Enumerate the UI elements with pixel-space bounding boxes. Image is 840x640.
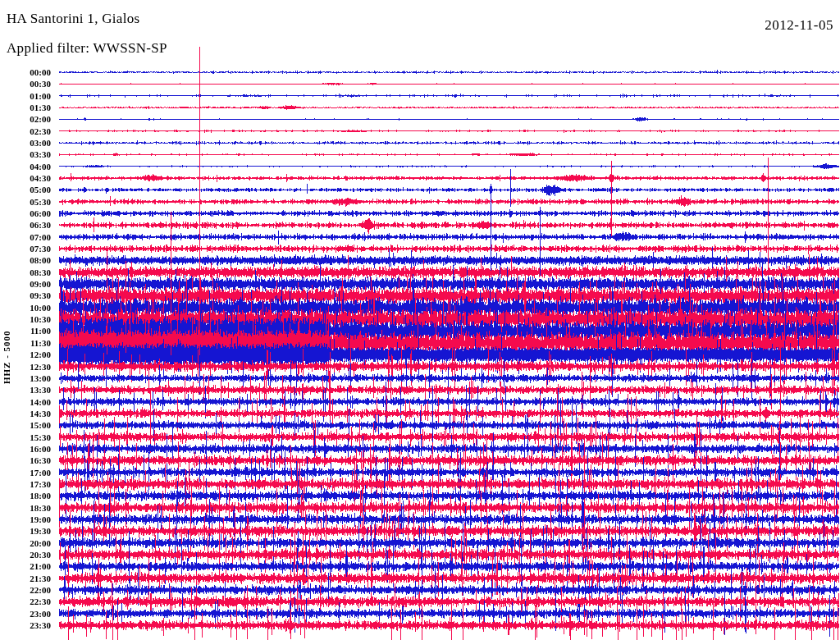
time-label: 15:30 bbox=[0, 432, 51, 442]
time-label: 00:00 bbox=[0, 67, 51, 77]
time-label: 06:00 bbox=[0, 208, 51, 218]
station-title: HA Santorini 1, Gialos bbox=[7, 11, 139, 27]
time-label: 11:30 bbox=[0, 338, 51, 348]
record-date: 2012-11-05 bbox=[765, 17, 833, 34]
time-label: 04:00 bbox=[0, 162, 51, 171]
time-label: 03:00 bbox=[0, 138, 51, 148]
helicorder-page: HA Santorini 1, Gialos 2012-11-05 Applie… bbox=[0, 0, 840, 640]
time-label: 21:30 bbox=[0, 574, 51, 583]
time-label: 02:30 bbox=[0, 126, 51, 136]
time-label: 05:00 bbox=[0, 185, 51, 194]
time-label: 23:00 bbox=[0, 609, 51, 619]
time-label: 14:00 bbox=[0, 397, 51, 407]
time-label: 17:30 bbox=[0, 479, 51, 489]
time-label: 22:00 bbox=[0, 585, 51, 595]
time-label: 05:30 bbox=[0, 197, 51, 207]
time-label: 01:30 bbox=[0, 103, 51, 112]
time-label: 08:00 bbox=[0, 255, 51, 265]
time-label: 12:30 bbox=[0, 362, 51, 372]
time-label: 10:30 bbox=[0, 314, 51, 324]
applied-filter-label: Applied filter: WWSSN-SP bbox=[7, 40, 167, 57]
time-label: 01:00 bbox=[0, 91, 51, 101]
time-label: 21:00 bbox=[0, 561, 51, 571]
time-label: 16:30 bbox=[0, 455, 51, 465]
time-label: 14:30 bbox=[0, 409, 51, 418]
time-label: 02:00 bbox=[0, 114, 51, 124]
time-label: 13:00 bbox=[0, 373, 51, 383]
time-label: 03:30 bbox=[0, 149, 51, 159]
time-label: 07:00 bbox=[0, 232, 51, 242]
time-label: 20:30 bbox=[0, 550, 51, 560]
time-label: 06:30 bbox=[0, 220, 51, 230]
time-label: 12:00 bbox=[0, 350, 51, 359]
time-label: 11:00 bbox=[0, 326, 51, 336]
time-label: 19:30 bbox=[0, 526, 51, 536]
time-label: 09:30 bbox=[0, 290, 51, 300]
time-label: 10:00 bbox=[0, 303, 51, 313]
time-label: 15:00 bbox=[0, 420, 51, 430]
time-label: 18:00 bbox=[0, 491, 51, 501]
time-label: 00:30 bbox=[0, 79, 51, 89]
time-label: 08:30 bbox=[0, 267, 51, 277]
time-label: 17:00 bbox=[0, 468, 51, 478]
time-label: 22:30 bbox=[0, 597, 51, 606]
seismogram-canvas bbox=[0, 0, 840, 640]
time-label: 16:00 bbox=[0, 444, 51, 454]
time-label: 07:30 bbox=[0, 244, 51, 254]
time-label: 13:30 bbox=[0, 385, 51, 395]
time-label: 09:00 bbox=[0, 279, 51, 289]
time-label: 19:00 bbox=[0, 514, 51, 524]
time-label: 20:00 bbox=[0, 538, 51, 548]
time-label: 18:30 bbox=[0, 503, 51, 513]
time-label: 04:30 bbox=[0, 173, 51, 183]
time-label: 23:30 bbox=[0, 620, 51, 630]
